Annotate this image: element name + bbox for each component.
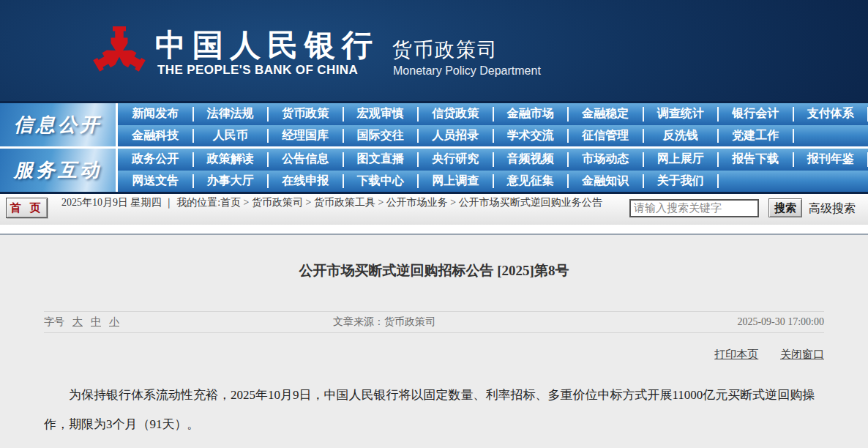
department-name-zh: 货币政策司 bbox=[392, 37, 498, 63]
font-size-option[interactable]: 小 bbox=[109, 316, 119, 327]
nav-item[interactable]: 下载中心 bbox=[343, 171, 419, 193]
bank-name-zh: 中国人民银行 bbox=[155, 25, 379, 66]
nav-cell-empty bbox=[793, 171, 868, 193]
nav-grid-services: 政务公开政策解读公告信息图文直播央行研究音频视频市场动态网上展厅报告下载报刊年鉴… bbox=[118, 149, 868, 192]
nav-row: 政务公开政策解读公告信息图文直播央行研究音频视频市场动态网上展厅报告下载报刊年鉴 bbox=[118, 149, 868, 171]
nav-item[interactable]: 宏观审慎 bbox=[343, 103, 419, 125]
nav-item[interactable]: 市场动态 bbox=[568, 149, 643, 171]
search-input[interactable] bbox=[629, 199, 759, 217]
nav-item[interactable]: 网上调查 bbox=[418, 171, 493, 193]
source-label: 文章来源： bbox=[333, 316, 384, 327]
nav-item[interactable]: 支付体系 bbox=[793, 103, 868, 125]
nav-item[interactable]: 货币政策 bbox=[268, 103, 343, 125]
close-window-link[interactable]: 关闭窗口 bbox=[780, 348, 824, 360]
department-name-en: Monetary Policy Department bbox=[393, 64, 541, 78]
bank-name-en: THE PEOPLE'S BANK OF CHINA bbox=[157, 63, 358, 78]
nav-item[interactable]: 银行会计 bbox=[718, 103, 793, 125]
nav-item[interactable]: 图文直播 bbox=[343, 149, 419, 171]
breadcrumb-location-label: 我的位置: bbox=[176, 197, 220, 208]
pboc-logo-icon bbox=[89, 23, 149, 83]
page-title: 公开市场买断式逆回购招标公告 [2025]第8号 bbox=[0, 235, 868, 280]
nav-item[interactable]: 在线申报 bbox=[268, 171, 343, 193]
font-size-label: 字号 bbox=[44, 316, 64, 329]
font-size-option[interactable]: 大 bbox=[72, 316, 83, 327]
nav-item[interactable]: 办事大厅 bbox=[193, 171, 269, 193]
source-value: 货币政策司 bbox=[384, 316, 435, 327]
nav-cell-empty bbox=[718, 171, 793, 193]
white-strip bbox=[0, 225, 868, 234]
nav-section-label-services: 服务互动 bbox=[0, 149, 118, 192]
nav-item[interactable]: 报告下载 bbox=[718, 149, 793, 171]
nav-item[interactable]: 网上展厅 bbox=[643, 149, 719, 171]
print-page-link[interactable]: 打印本页 bbox=[714, 348, 758, 360]
nav-row: 金融科技人民币经理国库国际交往人员招录学术交流征信管理反洗钱党建工作 bbox=[118, 125, 868, 147]
nav-item[interactable]: 公告信息 bbox=[268, 149, 343, 171]
advanced-search-link[interactable]: 高级搜索 bbox=[809, 201, 856, 217]
breadcrumb-bar: 首 页 2025年10月9日 星期四 ｜ 我的位置:首页 > 货币政策司 > 货… bbox=[0, 194, 868, 225]
font-size-options: 大中小 bbox=[64, 316, 119, 329]
nav-row: 新闻发布法律法规货币政策宏观审慎信贷政策金融市场金融稳定调查统计银行会计支付体系 bbox=[118, 103, 868, 125]
nav-item[interactable]: 央行研究 bbox=[418, 149, 493, 171]
nav-item[interactable]: 经理国库 bbox=[268, 125, 343, 147]
article-content: 公开市场买断式逆回购招标公告 [2025]第8号 字号 大中小 文章来源：货币政… bbox=[0, 235, 868, 448]
home-button[interactable]: 首 页 bbox=[6, 198, 48, 218]
nav-item[interactable]: 党建工作 bbox=[718, 125, 793, 147]
nav-item[interactable]: 法律法规 bbox=[193, 103, 269, 125]
breadcrumb-separator: > bbox=[375, 197, 386, 208]
nav-item[interactable]: 关于我们 bbox=[643, 171, 719, 193]
nav-item[interactable]: 意见征集 bbox=[493, 171, 569, 193]
breadcrumb-separator: > bbox=[303, 197, 314, 208]
nav-item[interactable]: 学术交流 bbox=[493, 125, 569, 147]
article-source: 文章来源：货币政策司 bbox=[333, 316, 435, 329]
breadcrumb-crumb[interactable]: 公开市场买断式逆回购业务公告 bbox=[459, 197, 602, 208]
font-size-option[interactable]: 中 bbox=[91, 316, 101, 327]
nav-item[interactable]: 金融知识 bbox=[568, 171, 643, 193]
nav-item[interactable]: 政策解读 bbox=[193, 149, 269, 171]
site-header: 中国人民银行 THE PEOPLE'S BANK OF CHINA 货币政策司 … bbox=[0, 0, 868, 101]
search-button[interactable]: 搜索 bbox=[768, 198, 802, 217]
nav-grid-information: 新闻发布法律法规货币政策宏观审慎信贷政策金融市场金融稳定调查统计银行会计支付体系… bbox=[118, 103, 868, 146]
nav-item[interactable]: 反洗钱 bbox=[643, 125, 719, 147]
article-meta-row: 字号 大中小 文章来源：货币政策司 2025-09-30 17:00:00 bbox=[44, 311, 824, 333]
nav-section-information: 信息公开 新闻发布法律法规货币政策宏观审慎信贷政策金融市场金融稳定调查统计银行会… bbox=[0, 103, 868, 146]
article-datetime: 2025-09-30 17:00:00 bbox=[737, 316, 824, 328]
nav-item[interactable]: 音频视频 bbox=[493, 149, 569, 171]
nav-item[interactable]: 征信管理 bbox=[568, 125, 643, 147]
nav-item[interactable]: 金融市场 bbox=[493, 103, 569, 125]
breadcrumb: 2025年10月9日 星期四 ｜ 我的位置:首页 > 货币政策司 > 货币政策工… bbox=[61, 196, 626, 209]
nav-row: 网送文告办事大厅在线申报下载中心网上调查意见征集金融知识关于我们 bbox=[118, 171, 868, 193]
nav-section-label-information: 信息公开 bbox=[0, 103, 118, 146]
nav-item[interactable]: 金融科技 bbox=[118, 125, 193, 147]
nav-item[interactable]: 新闻发布 bbox=[118, 103, 193, 125]
nav-item[interactable]: 金融稳定 bbox=[568, 103, 643, 125]
breadcrumb-crumb[interactable]: 首页 bbox=[220, 197, 241, 208]
breadcrumb-crumb[interactable]: 货币政策工具 bbox=[314, 197, 375, 208]
nav-item[interactable]: 政务公开 bbox=[118, 149, 193, 171]
breadcrumb-separator: > bbox=[241, 197, 252, 208]
nav-item[interactable]: 人员招录 bbox=[418, 125, 493, 147]
nav-item[interactable]: 报刊年鉴 bbox=[793, 149, 868, 171]
breadcrumb-crumb[interactable]: 公开市场业务 bbox=[386, 197, 448, 208]
article-body: 为保持银行体系流动性充裕，2025年10月9日，中国人民银行将以固定数量、利率招… bbox=[44, 381, 824, 439]
nav-item[interactable]: 国际交往 bbox=[343, 125, 419, 147]
breadcrumb-date: 2025年10月9日 星期四 ｜ bbox=[61, 197, 176, 208]
nav-item[interactable]: 信贷政策 bbox=[418, 103, 493, 125]
nav-item[interactable]: 人民币 bbox=[193, 125, 269, 147]
article-actions: 打印本页 关闭窗口 bbox=[44, 348, 824, 362]
main-navigation: 信息公开 新闻发布法律法规货币政策宏观审慎信贷政策金融市场金融稳定调查统计银行会… bbox=[0, 101, 868, 194]
nav-section-services: 服务互动 政务公开政策解读公告信息图文直播央行研究音频视频市场动态网上展厅报告下… bbox=[0, 149, 868, 192]
breadcrumb-separator: > bbox=[448, 197, 459, 208]
breadcrumb-crumb[interactable]: 货币政策司 bbox=[252, 197, 303, 208]
nav-item[interactable]: 网送文告 bbox=[118, 171, 193, 193]
nav-cell-empty bbox=[793, 125, 868, 147]
nav-item[interactable]: 调查统计 bbox=[643, 103, 719, 125]
